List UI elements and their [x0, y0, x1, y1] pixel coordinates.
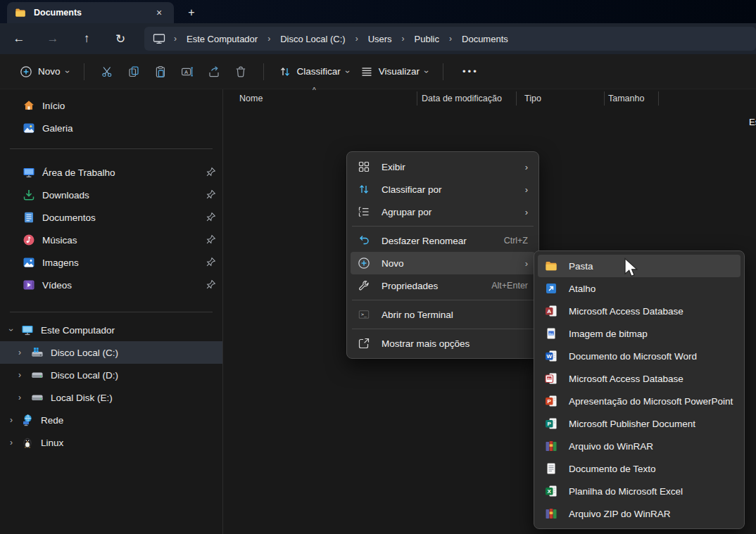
menu-item-desfazer-renomear[interactable]: Desfazer Renomear Ctrl+Z: [351, 229, 535, 252]
menu-item-classificar-por[interactable]: Classificar por ›: [351, 178, 535, 201]
chevron-down-icon: ›: [63, 70, 73, 73]
sidebar-divider: [10, 148, 213, 149]
submenu-item-publisher[interactable]: P Microsoft Publisher Document: [538, 412, 741, 435]
empty-folder-text-fragment: Es: [749, 117, 756, 127]
sidebar-item-imagens[interactable]: Imagens: [0, 251, 222, 274]
undo-icon: [358, 234, 370, 247]
address-bar[interactable]: › Este Computador › Disco Local (C:) › U…: [144, 27, 756, 51]
paste-button[interactable]: [147, 60, 174, 84]
breadcrumb-item-public[interactable]: Public: [413, 32, 441, 46]
menu-item-mostrar-mais-opcoes[interactable]: Mostrar mais opções: [351, 332, 535, 355]
submenu-item-atalho[interactable]: Atalho: [538, 277, 741, 300]
toolbar-divider: [84, 63, 84, 80]
copy-button[interactable]: [120, 60, 147, 84]
submenu-item-bitmap[interactable]: Imagem de bitmap: [538, 322, 741, 345]
sidebar-item-disco-local-d[interactable]: › Disco Local (D:): [0, 364, 222, 386]
share-icon: [208, 65, 220, 78]
sort-icon: [279, 65, 291, 78]
column-separator[interactable]: [417, 91, 417, 106]
drive-c-icon: [31, 346, 44, 359]
trash-icon: [234, 65, 247, 78]
excel-file-icon: X: [545, 485, 557, 497]
sidebar-item-linux[interactable]: › Linux: [0, 431, 222, 454]
submenu-item-powerpoint[interactable]: P Apresentação do Microsoft PowerPoint: [538, 390, 741, 412]
chevron-collapsed-icon[interactable]: ›: [6, 415, 17, 425]
submenu-item-access-database-2[interactable]: Microsoft Access Database: [538, 367, 741, 390]
menu-item-exibir[interactable]: Exibir ›: [351, 155, 535, 178]
submenu-item-excel-sheet[interactable]: X Planilha do Microsoft Excel: [538, 480, 741, 502]
sidebar-item-galeria[interactable]: Galeria: [0, 117, 222, 139]
back-button[interactable]: ←: [8, 29, 30, 49]
sidebar-item-disco-local-c[interactable]: › Disco Local (C:): [0, 341, 222, 364]
tab-title: Documents: [34, 8, 151, 18]
sort-button[interactable]: Classificar ›: [273, 61, 355, 82]
sidebar-item-este-computador[interactable]: › Este Computador: [0, 319, 222, 341]
breadcrumb-item-disco-c[interactable]: Disco Local (C:): [279, 32, 346, 46]
cut-button[interactable]: [94, 60, 120, 84]
column-header-nome[interactable]: Nome: [239, 94, 263, 103]
pin-icon: [206, 279, 216, 290]
view-button[interactable]: Visualizar ›: [355, 61, 434, 82]
up-button[interactable]: ↑: [76, 29, 97, 49]
pictures-icon: [23, 256, 35, 269]
sidebar-item-videos[interactable]: Vídeos: [0, 274, 222, 296]
column-header-data[interactable]: Data de modificação: [422, 94, 502, 103]
see-more-button[interactable]: •••: [453, 66, 489, 77]
scissors-icon: [101, 65, 113, 78]
menu-item-agrupar-por[interactable]: Agrupar por ›: [351, 201, 535, 223]
new-button[interactable]: Novo ›: [14, 61, 75, 82]
column-separator[interactable]: [658, 91, 659, 106]
plus-circle-icon: [358, 257, 370, 269]
column-separator[interactable]: [516, 91, 517, 106]
submenu-item-access-database[interactable]: A Microsoft Access Database: [538, 300, 741, 322]
column-separator[interactable]: [604, 91, 605, 106]
rename-button[interactable]: A: [174, 60, 201, 84]
show-more-options-icon: [358, 337, 370, 350]
submenu-chevron-icon: ›: [525, 184, 528, 195]
chevron-expanded-icon[interactable]: ›: [6, 324, 16, 336]
access-file-icon: A: [545, 305, 557, 317]
chevron-collapsed-icon[interactable]: ›: [14, 370, 25, 380]
bitmap-file-icon: [545, 327, 557, 340]
chevron-collapsed-icon[interactable]: ›: [14, 348, 25, 357]
desktop-icon: [23, 166, 35, 179]
tab-close-icon[interactable]: ×: [151, 5, 167, 20]
group-by-icon: [358, 205, 370, 218]
sidebar-item-area-de-trabalho[interactable]: Área de Trabalho: [0, 161, 222, 184]
folder-icon: [14, 7, 27, 18]
new-tab-button[interactable]: +: [183, 4, 200, 21]
breadcrumb-item-users[interactable]: Users: [367, 32, 393, 46]
menu-item-abrir-no-terminal[interactable]: >_ Abrir no Terminal: [351, 303, 535, 326]
chevron-down-icon: ›: [422, 70, 431, 73]
sidebar-item-rede[interactable]: › Rede: [0, 409, 222, 431]
submenu-item-text-document[interactable]: Documento de Texto: [538, 457, 741, 480]
submenu-chevron-icon: ›: [525, 162, 528, 172]
chevron-collapsed-icon[interactable]: ›: [6, 438, 17, 447]
column-header-tamanho[interactable]: Tamanho: [608, 94, 644, 103]
forward-button[interactable]: →: [42, 29, 63, 49]
sidebar-item-musicas[interactable]: Músicas: [0, 229, 222, 251]
sidebar-item-documentos[interactable]: Documentos: [0, 206, 222, 229]
column-header-tipo[interactable]: Tipo: [524, 94, 541, 103]
sidebar-item-local-disk-e[interactable]: › Local Disk (E:): [0, 386, 222, 409]
breadcrumb-chevron-icon: ›: [267, 34, 270, 44]
submenu-item-word-document[interactable]: W Documento do Microsoft Word: [538, 345, 741, 367]
winrar-books-icon: [545, 440, 557, 452]
submenu-item-winrar-archive[interactable]: Arquivo do WinRAR: [538, 435, 741, 457]
share-button[interactable]: [201, 60, 227, 84]
menu-item-propriedades[interactable]: Propriedades Alt+Enter: [351, 274, 535, 297]
menu-item-novo[interactable]: Novo ›: [351, 252, 535, 274]
sidebar-item-downloads[interactable]: Downloads: [0, 184, 222, 206]
explorer-tab[interactable]: Documents ×: [7, 2, 174, 23]
chevron-collapsed-icon[interactable]: ›: [14, 393, 25, 402]
svg-text:X: X: [548, 488, 552, 495]
breadcrumb-item-documents[interactable]: Documents: [460, 32, 510, 46]
new-submenu: Pasta Atalho A Microsoft Access Database…: [534, 250, 745, 529]
submenu-item-winrar-zip[interactable]: Arquivo ZIP do WinRAR: [538, 502, 741, 525]
refresh-button[interactable]: ↻: [110, 29, 131, 49]
svg-text:P: P: [548, 398, 552, 405]
breadcrumb-item-este-computador[interactable]: Este Computador: [185, 32, 259, 46]
sidebar-item-inicio[interactable]: Início: [0, 94, 222, 117]
copy-icon: [127, 65, 140, 78]
delete-button[interactable]: [227, 60, 254, 84]
